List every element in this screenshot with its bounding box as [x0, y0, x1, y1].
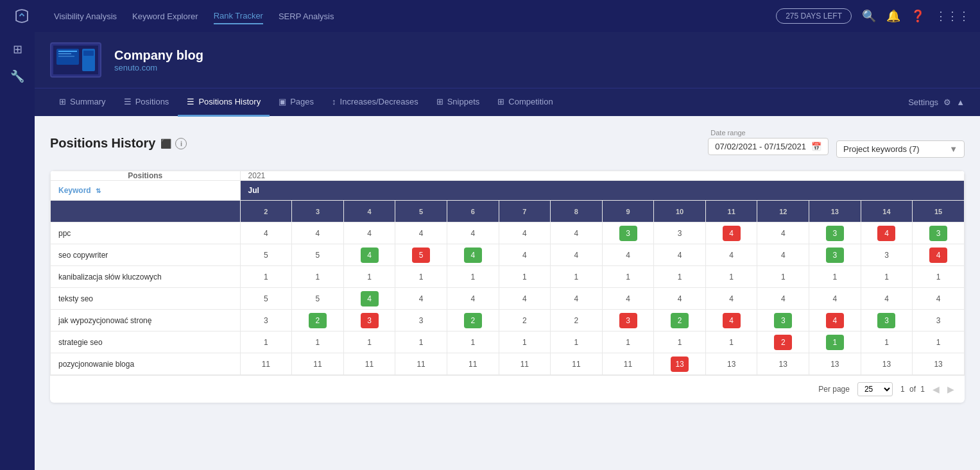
data-cell-5-4: 1	[447, 332, 499, 353]
data-cell-1-2: 4	[343, 244, 395, 266]
keywords-filter-select[interactable]: Project keywords (7) ▼	[836, 140, 965, 158]
data-cell-4-4: 2	[447, 310, 499, 332]
app-logo[interactable]	[10, 4, 33, 28]
pagination-row: Per page 25 50 100 1 of 1 ◀ ▶	[50, 375, 965, 403]
data-cell-0-13: 3	[913, 222, 965, 244]
nav-serp-analysis[interactable]: SERP Analysis	[279, 9, 334, 24]
date-header-5: 5	[395, 201, 447, 222]
data-cell-0-11: 3	[809, 222, 861, 244]
date-range-input[interactable]: 07/02/2021 - 07/15/2021 📅	[708, 138, 829, 155]
keyword-column-header[interactable]: Keyword ⇅	[51, 181, 241, 201]
cell-value: 11	[257, 357, 275, 372]
data-cell-0-2: 4	[343, 222, 395, 244]
nav-visibility-analysis[interactable]: Visibility Analysis	[54, 9, 117, 24]
export-icon[interactable]: ⬛	[160, 138, 171, 149]
cell-value: 1	[464, 335, 482, 350]
date-header-15: 15	[913, 201, 965, 222]
keyword-cell[interactable]: ppc	[51, 222, 241, 244]
keyword-name: ppc	[58, 229, 71, 238]
data-cell-1-12: 3	[861, 244, 913, 266]
sidebar-tools-icon[interactable]: 🔧	[10, 69, 24, 83]
keyword-cell[interactable]: teksty seo	[51, 288, 241, 310]
positions-history-table-container: Positions 2021 Keyword ⇅ Jul	[50, 171, 965, 403]
cell-value: 1	[826, 335, 844, 350]
date-header-12: 12	[757, 201, 809, 222]
keyword-cell[interactable]: strategie seo	[51, 332, 241, 353]
data-cell-2-8: 1	[654, 266, 706, 288]
cell-value: 4	[464, 226, 482, 241]
data-cell-5-6: 1	[551, 332, 603, 353]
date-header-7: 7	[499, 201, 551, 222]
apps-button[interactable]: ⋮⋮⋮	[935, 9, 970, 23]
settings-icon[interactable]: ⚙	[943, 97, 951, 107]
project-url[interactable]: senuto.com	[114, 63, 157, 72]
data-cell-3-7: 4	[602, 288, 654, 310]
data-cell-3-11: 4	[809, 288, 861, 310]
nav-keyword-explorer[interactable]: Keyword Explorer	[132, 9, 198, 24]
nav-rank-tracker[interactable]: Rank Tracker	[214, 8, 263, 24]
data-cell-6-2: 11	[343, 353, 395, 375]
page-title-row: Positions History ⬛ i Date range 07/02/2…	[50, 129, 965, 158]
data-cell-5-12: 1	[861, 332, 913, 353]
subnav-snippets[interactable]: ⊞ Snippets	[427, 88, 489, 117]
cell-value: 1	[257, 269, 275, 285]
per-page-select[interactable]: 25 50 100	[857, 382, 893, 396]
data-cell-6-4: 11	[447, 353, 499, 375]
keyword-cell[interactable]: jak wypozycjonować stronę	[51, 310, 241, 332]
sub-navigation: ⊞ Summary ☰ Positions ☰ Positions Histor…	[35, 88, 980, 116]
table-row: strategie seo11111111112111	[51, 332, 965, 353]
data-cell-4-5: 2	[499, 310, 551, 332]
sidebar-dashboard-icon[interactable]: ⊞	[13, 42, 22, 56]
summary-icon: ⊞	[59, 97, 66, 106]
cell-value: 1	[723, 269, 741, 285]
cell-value: 13	[723, 357, 741, 372]
cell-value: 4	[723, 313, 741, 328]
info-icon[interactable]: i	[175, 138, 187, 149]
cell-value: 4	[412, 291, 430, 306]
data-cell-6-6: 11	[551, 353, 603, 375]
data-cell-4-0: 3	[240, 310, 292, 332]
cell-value: 3	[361, 313, 379, 328]
data-cell-2-10: 1	[757, 266, 809, 288]
cell-value: 3	[257, 313, 275, 328]
data-cell-4-7: 3	[602, 310, 654, 332]
cell-value: 4	[567, 291, 585, 306]
cell-value: 5	[412, 248, 430, 263]
subnav-positions[interactable]: ☰ Positions	[115, 88, 178, 117]
subnav-competition[interactable]: ⊞ Competition	[488, 88, 562, 117]
subnav-increases-decreases[interactable]: ↕ Increases/Decreases	[323, 88, 427, 117]
prev-page-button[interactable]: ◀	[933, 384, 940, 394]
search-button[interactable]: 🔍	[862, 9, 876, 23]
snippets-icon: ⊞	[436, 97, 443, 106]
subnav-summary[interactable]: ⊞ Summary	[50, 88, 115, 117]
subnav-positions-history[interactable]: ☰ Positions History	[178, 88, 270, 117]
data-cell-1-8: 4	[654, 244, 706, 266]
keyword-cell[interactable]: seo copywriter	[51, 244, 241, 266]
data-cell-6-1: 11	[292, 353, 344, 375]
data-cell-4-3: 3	[395, 310, 447, 332]
keyword-cell[interactable]: pozycjonowanie bloga	[51, 353, 241, 375]
data-cell-0-9: 4	[705, 222, 757, 244]
help-button[interactable]: ❓	[911, 9, 925, 23]
cell-value: 4	[361, 226, 379, 241]
data-cell-0-7: 3	[602, 222, 654, 244]
cell-value: 1	[877, 335, 895, 350]
collapse-icon[interactable]: ▲	[956, 97, 965, 107]
notifications-button[interactable]: 🔔	[886, 9, 900, 23]
subnav-pages[interactable]: ▣ Pages	[270, 88, 323, 117]
next-page-button[interactable]: ▶	[947, 384, 954, 394]
keyword-cell[interactable]: kanibalizacja słów kluczowych	[51, 266, 241, 288]
cell-value: 4	[464, 291, 482, 306]
data-cell-1-11: 3	[809, 244, 861, 266]
cell-value: 1	[464, 269, 482, 285]
data-cell-4-12: 3	[861, 310, 913, 332]
days-left-button[interactable]: 275 DAYS LEFT	[776, 8, 852, 24]
table-row: pozycjonowanie bloga11111111111111111313…	[51, 353, 965, 375]
settings-label: Settings	[908, 97, 938, 107]
year-label: 2021	[240, 171, 964, 181]
data-cell-2-1: 1	[292, 266, 344, 288]
keyword-name: strategie seo	[58, 338, 103, 347]
data-cell-1-0: 5	[240, 244, 292, 266]
data-cell-0-6: 4	[551, 222, 603, 244]
data-cell-5-3: 1	[395, 332, 447, 353]
